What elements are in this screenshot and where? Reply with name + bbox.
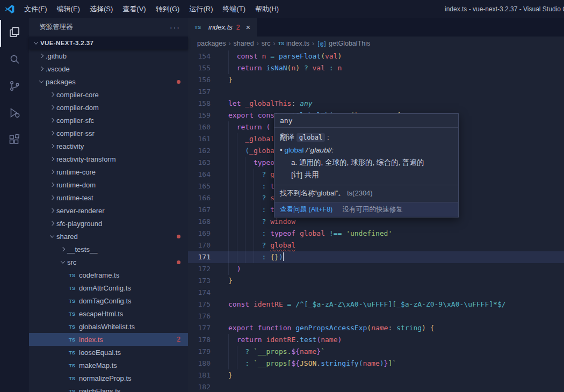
breadcrumb-item-getGlobalThis[interactable]: [@]getGlobalThis [317,40,370,47]
code-line-158[interactable]: 158let _globalThis: any [188,98,564,110]
close-icon[interactable]: × [246,23,251,32]
code-line-182[interactable]: 182 [188,381,564,392]
breadcrumb-item-packages[interactable]: packages [197,40,226,47]
git-branch-icon [8,79,21,95]
indent-guide [228,50,237,62]
more-actions-icon[interactable]: ··· [170,23,180,32]
tree-item-label: normalizeProp.ts [79,374,132,382]
tree-item-.vscode[interactable]: .vscode [29,62,188,75]
code-line-154[interactable]: 154const n = parseFloat(val) [188,50,564,62]
tree-item-reactivity[interactable]: reactivity [29,140,188,153]
chevron-right-icon [47,132,56,135]
tree-item-runtime-core[interactable]: runtime-core [29,165,188,178]
tree-item-label: shared [56,233,78,241]
tree-item-server-renderer[interactable]: server-renderer [29,204,188,217]
tree-item-packages[interactable]: packages [29,75,188,88]
code-line-156[interactable]: 156} [188,74,564,86]
code-line-176[interactable]: 176 [188,310,564,322]
chevron-right-icon [58,248,67,251]
tab-label: index.ts [208,23,233,31]
code-line-177[interactable]: 177export function genPropsAccessExp(nam… [188,322,564,334]
tree-item-escapeHtml.ts[interactable]: TSescapeHtml.ts [29,307,188,320]
code-line-172[interactable]: 172) [188,263,564,275]
menu-bar: 文件(F)编辑(E)选择(S)查看(V)转到(G)运行(R)终端(T)帮助(H) [19,0,284,18]
code-line-168[interactable]: 168? window [188,216,564,228]
code-line-155[interactable]: 155return isNaN(n) ? val : n [188,62,564,74]
indent-guide [254,251,262,263]
tree-item-reactivity-transform[interactable]: reactivity-transform [29,153,188,165]
tree-item-normalizeProp.ts[interactable]: TSnormalizeProp.ts [29,372,188,384]
code-line-175[interactable]: 175const identRE = /^[_$a-zA-Z\xA0-\uFFF… [188,299,564,310]
code-line-157[interactable]: 157 [188,86,564,98]
search-button[interactable] [0,47,29,74]
code-line-179[interactable]: 179? `__props.${name}` [188,346,564,358]
tree-item-codeframe.ts[interactable]: TScodeframe.ts [29,268,188,281]
menu-item-3[interactable]: 查看(V) [118,0,150,18]
tree-item-compiler-ssr[interactable]: compiler-ssr [29,127,188,140]
tree-item-looseEqual.ts[interactable]: TSlooseEqual.ts [29,346,188,359]
indent-guide [237,358,245,369]
tree-item-__tests__[interactable]: __tests__ [29,243,188,256]
tree-item-compiler-dom[interactable]: compiler-dom [29,101,188,114]
extensions-icon [8,133,21,148]
tree-item-sfc-playground[interactable]: sfc-playground [29,217,188,230]
code-line-173[interactable]: 173} [188,275,564,287]
tree-item-patchFlags.ts[interactable]: TSpatchFlags.ts [29,384,188,392]
indent-guide [254,180,262,192]
line-number: 177 [188,322,211,334]
chevron-right-icon [47,183,56,186]
menu-item-7[interactable]: 帮助(H) [250,0,284,18]
tree-item-runtime-test[interactable]: runtime-test [29,191,188,204]
section-header-project[interactable]: VUE-NEXT-3.2.37 [29,37,188,49]
tab-index.ts[interactable]: TSindex.ts2× [188,18,257,37]
menu-item-2[interactable]: 选择(S) [85,0,118,18]
tree-item-.github[interactable]: .github [29,49,188,62]
breadcrumb-item-src[interactable]: src [262,40,271,47]
sidebar-title: 资源管理器 [39,23,73,32]
tree-item-compiler-sfc[interactable]: compiler-sfc [29,114,188,127]
typescript-file-icon: TS [194,24,205,30]
code-line-170[interactable]: 170? global [188,239,564,251]
code-line-169[interactable]: 169: typeof global !== 'undefined' [188,228,564,239]
code-line-178[interactable]: 178return identRE.test(name) [188,334,564,346]
error-dot-badge [177,260,180,264]
tree-item-src[interactable]: src [29,256,188,268]
dictionary-link[interactable]: global [285,146,304,154]
view-problem-link[interactable]: 查看问题 [280,206,307,213]
line-number: 158 [188,98,211,110]
menu-item-0[interactable]: 文件(F) [19,0,52,18]
extensions-button[interactable] [0,127,29,154]
tree-item-compiler-core[interactable]: compiler-core [29,88,188,101]
menu-item-1[interactable]: 编辑(E) [52,0,85,18]
indent-guide [228,263,237,275]
tree-item-shared[interactable]: shared [29,230,188,243]
line-number: 180 [188,358,211,369]
chevron-right-icon: › [229,40,231,47]
code-line-171[interactable]: 171: {}) [188,251,564,263]
tree-item-globalsWhitelist.ts[interactable]: TSglobalsWhitelist.ts [29,320,188,333]
code-line-181[interactable]: 181} [188,369,564,381]
menu-item-4[interactable]: 转到(G) [151,0,185,18]
chevron-right-icon [37,54,46,57]
indent-guide [228,62,237,74]
run-debug-button[interactable] [0,100,29,127]
indent-guide [228,157,237,169]
breadcrumb-item-index.ts[interactable]: TSindex.ts [278,40,309,47]
code-line-174[interactable]: 174 [188,287,564,299]
explorer-button[interactable] [0,20,29,47]
tree-item-index.ts[interactable]: TSindex.ts2 [29,333,188,346]
tree-item-domAttrConfig.ts[interactable]: TSdomAttrConfig.ts [29,281,188,294]
menu-item-6[interactable]: 终端(T) [218,0,250,18]
code-line-180[interactable]: 180: `__props[${JSON.stringify(name)}]` [188,358,564,369]
menu-item-5[interactable]: 运行(R) [184,0,218,18]
indent-guide [245,180,254,192]
indent-guide [237,204,245,216]
tree-item-label: packages [46,78,76,86]
tree-item-runtime-dom[interactable]: runtime-dom [29,178,188,191]
tree-item-makeMap.ts[interactable]: TSmakeMap.ts [29,359,188,372]
typescript-file-icon: TS [278,41,284,46]
line-number: 164 [188,169,211,180]
source-control-button[interactable] [0,74,29,100]
tree-item-domTagConfig.ts[interactable]: TSdomTagConfig.ts [29,294,188,307]
breadcrumb-item-shared[interactable]: shared [234,40,254,47]
